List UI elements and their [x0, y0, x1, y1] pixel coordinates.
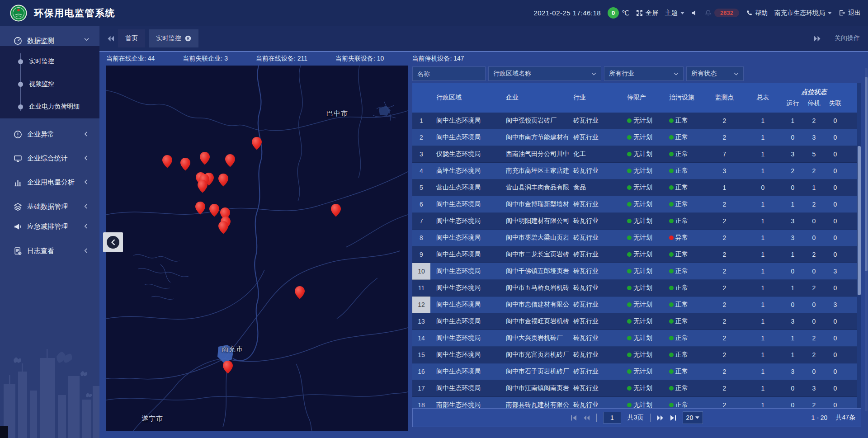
- chevron-left-icon: [107, 236, 119, 249]
- sidebar-item-realtime-monitor[interactable]: 实时监控: [0, 50, 99, 73]
- tab-home[interactable]: 首页: [118, 29, 145, 47]
- row-lost: 0: [825, 397, 846, 408]
- row-enterprise: 阆中市石子页岩机砖厂: [500, 363, 571, 380]
- table-scrollbar[interactable]: [857, 83, 861, 408]
- stat-online-enterprises: 当前在线企业: 44: [106, 55, 155, 63]
- status-dot-icon: [669, 118, 674, 123]
- status-dot-icon: [627, 169, 632, 173]
- fullscreen-button[interactable]: 全屏: [636, 9, 658, 17]
- region-select[interactable]: 行政区域名称: [488, 66, 601, 81]
- row-district: 阆中生态环境局: [430, 280, 500, 297]
- col-stopped: 停机: [803, 99, 825, 108]
- row-industry: 砖瓦行业: [571, 263, 622, 280]
- row-stop-plan: 无计划: [622, 163, 665, 179]
- tab-realtime-monitor[interactable]: 实时监控: [149, 29, 198, 47]
- row-stopped: 0: [803, 213, 825, 230]
- col-district: 行政区域: [430, 83, 500, 113]
- chevron-left-icon: [84, 179, 87, 184]
- prev-page-button[interactable]: [583, 415, 590, 421]
- col-facility: 治污设施: [665, 83, 705, 113]
- close-operations-menu[interactable]: 关闭操作: [835, 34, 860, 42]
- row-stopped: 2: [803, 347, 825, 363]
- row-lost: 3: [825, 297, 846, 313]
- panel-collapse-button[interactable]: [103, 232, 123, 252]
- next-page-button[interactable]: [657, 415, 664, 421]
- row-stopped: 2: [803, 196, 825, 213]
- row-industry: 食品: [571, 179, 622, 196]
- chevron-left-icon: [84, 248, 87, 253]
- sidebar-item-power-load-detail[interactable]: 企业电力负荷明细: [0, 95, 99, 118]
- page-number-input[interactable]: [603, 412, 621, 424]
- row-index: 9: [412, 246, 430, 263]
- fullscreen-icon: [636, 9, 643, 16]
- sidebar-group-emergency-reduction[interactable]: 应急减排管理: [0, 218, 99, 236]
- sidebar-item-video-monitor[interactable]: 视频监控: [0, 73, 99, 95]
- row-facility: 正常: [665, 397, 705, 408]
- table-row[interactable]: 18南部生态环境局南部县砖瓦建材有限公砖瓦行业无计划正常21020: [412, 397, 861, 408]
- scrollbar-thumb[interactable]: [865, 77, 868, 271]
- sidebar-group-base-data[interactable]: 基础数据管理: [0, 198, 99, 216]
- row-industry: 砖瓦行业: [571, 246, 622, 263]
- name-search-input[interactable]: [412, 66, 486, 81]
- logout-button[interactable]: 退出: [839, 9, 861, 17]
- table-row[interactable]: 4高坪生态环境局南充市高坪区王家店建砖瓦行业无计划正常31220: [412, 163, 861, 179]
- close-icon[interactable]: [185, 35, 191, 42]
- table-row[interactable]: 14阆中生态环境局阆中大兴页岩机砖厂砖瓦行业无计划正常21120: [412, 330, 861, 347]
- row-industry: 砖瓦行业: [571, 163, 622, 179]
- speaker-icon: [691, 9, 698, 16]
- table-row[interactable]: 15阆中生态环境局阆中市光富页岩机砖厂砖瓦行业无计划正常21120: [412, 347, 861, 363]
- tabs-scroll-left-button[interactable]: [107, 36, 114, 42]
- status-select[interactable]: 所有状态: [686, 66, 744, 81]
- table-row[interactable]: 3仪陇生态环境局西南油气田分公司川中化工无计划正常71350: [412, 146, 861, 163]
- table-row[interactable]: 11阆中生态环境局阆中市五马桥页岩机砖砖瓦行业无计划正常21120: [412, 280, 861, 297]
- page-scrollbar[interactable]: [865, 68, 868, 411]
- status-dot-icon: [627, 403, 632, 407]
- table-row[interactable]: 2阆中生态环境局阆中市南方节能建材有砖瓦行业无计划正常21030: [412, 129, 861, 146]
- tabs-scroll-right-button[interactable]: [814, 36, 821, 42]
- datetime: 2021-02-25 17:46:18: [533, 9, 601, 17]
- row-run: 1: [782, 280, 803, 297]
- table-row[interactable]: 7阆中生态环境局阆中明阳建材有限公司砖瓦行业无计划正常21300: [412, 213, 861, 230]
- scrollbar-thumb[interactable]: [858, 146, 861, 295]
- page-size-select[interactable]: 20: [683, 411, 703, 424]
- industry-select[interactable]: 所有行业: [604, 66, 684, 81]
- table-row[interactable]: 12阆中生态环境局阆中市忠信建材有限公砖瓦行业无计划正常21003: [412, 297, 861, 313]
- row-district: 阆中生态环境局: [430, 380, 500, 397]
- row-stopped: 1: [803, 179, 825, 196]
- mute-speaker-button[interactable]: [691, 9, 698, 16]
- last-page-button[interactable]: [670, 415, 676, 421]
- row-total-meter: 1: [744, 213, 782, 230]
- sidebar-group-enterprise-abnormal[interactable]: 企业异常: [0, 126, 99, 144]
- row-total-meter: 1: [744, 380, 782, 397]
- status-dot-icon: [627, 235, 632, 240]
- table-row[interactable]: 6阆中生态环境局阆中市金博瑞新型墙材砖瓦行业无计划正常21120: [412, 196, 861, 213]
- map-city-label: 巴中市: [326, 109, 348, 118]
- bar-chart-icon: [14, 178, 22, 187]
- table-row[interactable]: 17阆中生态环境局阆中市江南镇阆南页岩砖瓦行业无计划正常21030: [412, 380, 861, 397]
- row-stopped: 3: [803, 380, 825, 397]
- first-page-button[interactable]: [571, 415, 577, 421]
- org-dropdown[interactable]: 南充市生态环境局: [774, 9, 832, 17]
- status-dot-icon: [669, 302, 674, 307]
- row-enterprise: 阆中市二龙长宝页岩砖: [500, 246, 571, 263]
- theme-dropdown[interactable]: 主题: [665, 9, 684, 17]
- table-row[interactable]: 9阆中生态环境局阆中市二龙长宝页岩砖砖瓦行业无计划正常21120: [412, 246, 861, 263]
- table-row[interactable]: 13阆中生态环境局阆中市金福旺页岩机砖砖瓦行业无计划正常21300: [412, 313, 861, 330]
- row-industry: 砖瓦行业: [571, 363, 622, 380]
- row-lost: 0: [825, 380, 846, 397]
- sidebar-group-enterprise-statistics[interactable]: 企业综合统计: [0, 150, 99, 168]
- bullet-dot-icon: [18, 104, 23, 109]
- table-row[interactable]: 10阆中生态环境局阆中千佛镇五郎垭页岩砖瓦行业无计划正常21003: [412, 263, 861, 280]
- notifications[interactable]: 2632: [705, 9, 739, 17]
- table-row[interactable]: 1阆中生态环境局阆中强锐页岩砖厂砖瓦行业无计划正常21120: [412, 113, 861, 129]
- help-button[interactable]: 帮助: [746, 9, 768, 17]
- bell-icon: [705, 9, 712, 16]
- table-row[interactable]: 8阆中生态环境局阆中市枣碧大梁山页岩砖瓦行业无计划异常21300: [412, 230, 861, 246]
- map-canvas[interactable]: 巴中市南充市遂宁市: [106, 66, 408, 431]
- table-row[interactable]: 5营山生态环境局营山县润丰肉食品有限食品无计划正常10010: [412, 179, 861, 196]
- row-industry: 砖瓦行业: [571, 380, 622, 397]
- sidebar-group-power-analysis[interactable]: 企业用电量分析: [0, 174, 99, 192]
- sidebar-group-log-view[interactable]: 日志查看: [0, 242, 99, 260]
- status-dot-icon: [627, 135, 632, 140]
- table-row[interactable]: 16阆中生态环境局阆中市石子页岩机砖厂砖瓦行业无计划正常21300: [412, 363, 861, 380]
